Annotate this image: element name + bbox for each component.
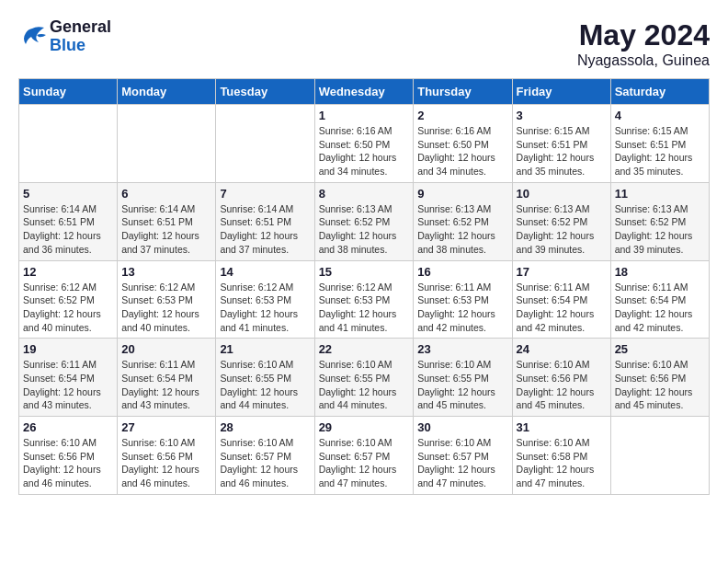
logo: GeneralBlue [18, 18, 111, 55]
day-info: Sunrise: 6:14 AM Sunset: 6:51 PM Dayligh… [121, 202, 211, 257]
calendar-cell [216, 105, 314, 183]
logo-icon [18, 24, 46, 50]
day-number: 28 [220, 420, 310, 434]
day-info: Sunrise: 6:10 AM Sunset: 6:57 PM Dayligh… [319, 436, 410, 490]
calendar-cell: 31Sunrise: 6:10 AM Sunset: 6:58 PM Dayli… [512, 417, 610, 495]
calendar-header-row: SundayMondayTuesdayWednesdayThursdayFrid… [19, 79, 710, 105]
day-info: Sunrise: 6:15 AM Sunset: 6:51 PM Dayligh… [517, 124, 607, 178]
day-info: Sunrise: 6:10 AM Sunset: 6:56 PM Dayligh… [517, 358, 607, 412]
day-header-wednesday: Wednesday [314, 79, 414, 105]
calendar-cell: 26Sunrise: 6:10 AM Sunset: 6:56 PM Dayli… [19, 417, 118, 495]
day-info: Sunrise: 6:10 AM Sunset: 6:56 PM Dayligh… [615, 358, 705, 412]
day-header-thursday: Thursday [414, 79, 512, 105]
calendar-cell: 13Sunrise: 6:12 AM Sunset: 6:53 PM Dayli… [118, 260, 216, 339]
day-number: 23 [417, 342, 507, 356]
day-info: Sunrise: 6:10 AM Sunset: 6:55 PM Dayligh… [319, 358, 410, 412]
calendar-table: SundayMondayTuesdayWednesdayThursdayFrid… [18, 78, 710, 495]
calendar-cell: 27Sunrise: 6:10 AM Sunset: 6:56 PM Dayli… [118, 417, 216, 495]
calendar-cell: 7Sunrise: 6:14 AM Sunset: 6:51 PM Daylig… [216, 182, 314, 260]
calendar-cell: 14Sunrise: 6:12 AM Sunset: 6:53 PM Dayli… [216, 260, 314, 339]
day-info: Sunrise: 6:10 AM Sunset: 6:56 PM Dayligh… [121, 436, 211, 490]
calendar-cell: 17Sunrise: 6:11 AM Sunset: 6:54 PM Dayli… [512, 260, 610, 339]
day-number: 5 [23, 187, 113, 201]
day-number: 6 [121, 187, 211, 201]
calendar-cell: 3Sunrise: 6:15 AM Sunset: 6:51 PM Daylig… [512, 105, 610, 183]
day-number: 9 [417, 187, 507, 201]
calendar-cell: 24Sunrise: 6:10 AM Sunset: 6:56 PM Dayli… [512, 339, 610, 417]
day-info: Sunrise: 6:10 AM Sunset: 6:56 PM Dayligh… [23, 436, 113, 490]
day-number: 8 [319, 187, 410, 201]
calendar-cell: 9Sunrise: 6:13 AM Sunset: 6:52 PM Daylig… [414, 182, 512, 260]
day-info: Sunrise: 6:12 AM Sunset: 6:53 PM Dayligh… [319, 281, 410, 335]
calendar-cell [19, 105, 118, 183]
calendar-cell [118, 105, 216, 183]
day-info: Sunrise: 6:12 AM Sunset: 6:53 PM Dayligh… [220, 281, 310, 335]
calendar-cell: 30Sunrise: 6:10 AM Sunset: 6:57 PM Dayli… [414, 417, 512, 495]
calendar-cell: 5Sunrise: 6:14 AM Sunset: 6:51 PM Daylig… [19, 182, 118, 260]
day-number: 3 [517, 109, 607, 122]
day-info: Sunrise: 6:12 AM Sunset: 6:52 PM Dayligh… [23, 281, 113, 335]
day-number: 2 [417, 109, 507, 122]
day-info: Sunrise: 6:12 AM Sunset: 6:53 PM Dayligh… [121, 281, 211, 335]
day-info: Sunrise: 6:13 AM Sunset: 6:52 PM Dayligh… [615, 202, 705, 257]
calendar-cell: 12Sunrise: 6:12 AM Sunset: 6:52 PM Dayli… [19, 260, 118, 339]
day-number: 17 [517, 265, 607, 279]
day-info: Sunrise: 6:10 AM Sunset: 6:57 PM Dayligh… [417, 436, 507, 490]
calendar-week-5: 26Sunrise: 6:10 AM Sunset: 6:56 PM Dayli… [19, 417, 710, 495]
day-info: Sunrise: 6:10 AM Sunset: 6:55 PM Dayligh… [417, 358, 507, 412]
day-number: 24 [517, 342, 607, 356]
calendar-cell: 1Sunrise: 6:16 AM Sunset: 6:50 PM Daylig… [314, 105, 414, 183]
calendar-cell: 10Sunrise: 6:13 AM Sunset: 6:52 PM Dayli… [512, 182, 610, 260]
day-number: 13 [121, 265, 211, 279]
day-number: 21 [220, 342, 310, 356]
calendar-cell: 2Sunrise: 6:16 AM Sunset: 6:50 PM Daylig… [414, 105, 512, 183]
calendar-title: May 2024 [577, 18, 710, 52]
calendar-cell: 15Sunrise: 6:12 AM Sunset: 6:53 PM Dayli… [314, 260, 414, 339]
day-number: 11 [615, 187, 705, 201]
day-number: 7 [220, 187, 310, 201]
day-number: 30 [417, 420, 507, 434]
day-number: 1 [319, 109, 410, 122]
calendar-week-3: 12Sunrise: 6:12 AM Sunset: 6:52 PM Dayli… [19, 260, 710, 339]
calendar-cell: 22Sunrise: 6:10 AM Sunset: 6:55 PM Dayli… [314, 339, 414, 417]
day-info: Sunrise: 6:11 AM Sunset: 6:54 PM Dayligh… [517, 281, 607, 335]
day-number: 26 [23, 420, 113, 434]
day-number: 22 [319, 342, 410, 356]
calendar-cell: 29Sunrise: 6:10 AM Sunset: 6:57 PM Dayli… [314, 417, 414, 495]
day-number: 31 [517, 420, 607, 434]
calendar-week-4: 19Sunrise: 6:11 AM Sunset: 6:54 PM Dayli… [19, 339, 710, 417]
day-info: Sunrise: 6:15 AM Sunset: 6:51 PM Dayligh… [615, 124, 705, 178]
day-number: 12 [23, 265, 113, 279]
day-number: 20 [121, 342, 211, 356]
day-header-friday: Friday [512, 79, 610, 105]
day-number: 10 [517, 187, 607, 201]
day-info: Sunrise: 6:14 AM Sunset: 6:51 PM Dayligh… [23, 202, 113, 257]
calendar-cell [610, 417, 709, 495]
day-info: Sunrise: 6:10 AM Sunset: 6:57 PM Dayligh… [220, 436, 310, 490]
day-header-tuesday: Tuesday [216, 79, 314, 105]
calendar-cell: 6Sunrise: 6:14 AM Sunset: 6:51 PM Daylig… [118, 182, 216, 260]
calendar-cell: 18Sunrise: 6:11 AM Sunset: 6:54 PM Dayli… [610, 260, 709, 339]
day-info: Sunrise: 6:14 AM Sunset: 6:51 PM Dayligh… [220, 202, 310, 257]
day-info: Sunrise: 6:11 AM Sunset: 6:53 PM Dayligh… [417, 281, 507, 335]
day-number: 14 [220, 265, 310, 279]
day-info: Sunrise: 6:11 AM Sunset: 6:54 PM Dayligh… [121, 358, 211, 412]
day-info: Sunrise: 6:13 AM Sunset: 6:52 PM Dayligh… [319, 202, 410, 257]
calendar-subtitle: Nyagassola, Guinea [577, 52, 710, 69]
title-block: May 2024 Nyagassola, Guinea [577, 18, 710, 69]
calendar-cell: 28Sunrise: 6:10 AM Sunset: 6:57 PM Dayli… [216, 417, 314, 495]
day-number: 27 [121, 420, 211, 434]
day-header-saturday: Saturday [610, 79, 709, 105]
day-number: 16 [417, 265, 507, 279]
calendar-cell: 4Sunrise: 6:15 AM Sunset: 6:51 PM Daylig… [610, 105, 709, 183]
calendar-cell: 21Sunrise: 6:10 AM Sunset: 6:55 PM Dayli… [216, 339, 314, 417]
day-info: Sunrise: 6:13 AM Sunset: 6:52 PM Dayligh… [517, 202, 607, 257]
day-number: 25 [615, 342, 705, 356]
calendar-week-1: 1Sunrise: 6:16 AM Sunset: 6:50 PM Daylig… [19, 105, 710, 183]
day-info: Sunrise: 6:10 AM Sunset: 6:58 PM Dayligh… [517, 436, 607, 490]
day-number: 18 [615, 265, 705, 279]
calendar-cell: 16Sunrise: 6:11 AM Sunset: 6:53 PM Dayli… [414, 260, 512, 339]
calendar-cell: 8Sunrise: 6:13 AM Sunset: 6:52 PM Daylig… [314, 182, 414, 260]
day-info: Sunrise: 6:11 AM Sunset: 6:54 PM Dayligh… [23, 358, 113, 412]
page-header: GeneralBlue May 2024 Nyagassola, Guinea [18, 18, 710, 69]
